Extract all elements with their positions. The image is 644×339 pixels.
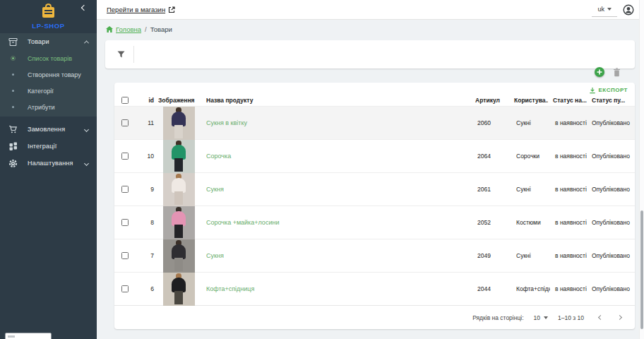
chevron-left-icon [598, 315, 603, 320]
sidebar-group-products: Товари Список товарів Створення товару К… [0, 33, 97, 117]
table-row[interactable]: 6 Кофта+спідниця 2044 Кофта+спідниц в на… [114, 272, 635, 305]
cell-sku: 2061 [470, 186, 511, 193]
row-checkbox[interactable] [121, 186, 129, 193]
account-button[interactable] [623, 4, 634, 16]
sidebar-item-settings[interactable]: Налаштування [0, 155, 97, 172]
product-name-link[interactable]: Сукня [206, 252, 224, 259]
cell-category: Сукні [511, 252, 550, 259]
chevron-down-icon [84, 126, 89, 131]
product-thumbnail[interactable] [163, 239, 195, 273]
header-publish-status[interactable]: Статус пу... [587, 97, 635, 104]
cell-category: Кофта+спідниц [511, 285, 550, 292]
cell-stock-status: в наявності [550, 153, 587, 160]
main-area: Перейти в магазин uk [97, 0, 644, 339]
export-button[interactable]: ЕКСПОРТ [589, 87, 628, 94]
product-thumbnail[interactable] [163, 206, 195, 239]
breadcrumb-separator: / [145, 25, 147, 33]
sidebar-item-attributes[interactable]: Атрибути [0, 99, 97, 115]
sidebar-item-categories[interactable]: Категорії [0, 83, 97, 99]
table-header-row: id Зображення Назва продукту Артикул Кор… [114, 95, 635, 106]
scrollbar-thumb[interactable] [640, 210, 643, 329]
table-toolbar: ЕКСПОРТ [114, 83, 635, 95]
sidebar-item-products[interactable]: Товари [0, 33, 97, 50]
archive-box-icon [8, 37, 18, 47]
product-name-link[interactable]: Сорочка +майка+лосини [206, 219, 279, 226]
link-preview-tooltip [5, 333, 52, 339]
sidebar-item-integrations[interactable]: Інтеграції [0, 138, 97, 155]
add-product-button[interactable] [595, 67, 604, 77]
rows-per-page-select[interactable]: 10 [534, 314, 548, 321]
sidebar-item-label: Налаштування [28, 160, 85, 167]
language-value: uk [597, 6, 604, 13]
product-thumbnail[interactable] [163, 173, 195, 206]
go-to-store-label: Перейти в магазин [107, 6, 165, 13]
table-row[interactable]: 9 Сукня 2061 Сукні в наявності Опубліков… [114, 172, 635, 206]
header-stock-status[interactable]: Статус на... [548, 97, 587, 104]
gear-icon [8, 159, 18, 168]
product-thumbnail[interactable] [163, 273, 195, 306]
products-table-card: ЕКСПОРТ id Зображення Назва продукту Арт… [114, 83, 635, 329]
breadcrumb-home-link[interactable]: Головна [106, 25, 141, 33]
sidebar-item-product-list[interactable]: Список товарів [0, 50, 97, 66]
row-checkbox[interactable] [121, 219, 129, 226]
active-dot-icon [10, 56, 16, 61]
sidebar-header: LP-SHOP [0, 0, 97, 33]
header-image: Зображення [158, 95, 199, 106]
chevron-left-icon [81, 5, 87, 11]
topbar-right: uk [597, 4, 634, 16]
filter-button[interactable] [117, 51, 125, 59]
cell-sku: 2044 [470, 285, 511, 292]
dot-icon [10, 90, 16, 92]
product-thumbnail[interactable] [163, 140, 195, 173]
widgets-icon [8, 142, 18, 151]
sidebar-item-label: Замовлення [28, 126, 85, 133]
pagination: Рядків на сторінці: 10 1–10 з 10 [114, 305, 635, 329]
product-thumbnail[interactable] [163, 107, 195, 140]
cell-stock-status: в наявності [550, 119, 587, 126]
header-sku[interactable]: Артикул [468, 97, 509, 104]
cell-publish-status: Опубліковано [587, 186, 635, 193]
header-id[interactable]: id [136, 97, 158, 104]
select-all-checkbox[interactable] [121, 97, 129, 104]
export-label: ЕКСПОРТ [599, 87, 628, 93]
home-icon [106, 26, 113, 32]
table-row[interactable]: 7 Сукня 2049 Сукні в наявності Опубліков… [114, 239, 635, 272]
sidebar-item-orders[interactable]: Замовлення [0, 121, 97, 138]
plus-icon [597, 69, 602, 75]
cell-stock-status: в наявності [550, 285, 587, 292]
row-checkbox[interactable] [121, 119, 129, 126]
header-category[interactable]: Користува... [509, 97, 548, 104]
cell-publish-status: Опубліковано [587, 285, 635, 292]
cell-sku: 2064 [470, 153, 511, 160]
delete-button[interactable] [613, 68, 621, 77]
product-name-link[interactable]: Сукня в квітку [206, 119, 247, 126]
go-to-store-link[interactable]: Перейти в магазин [107, 6, 175, 13]
caret-down-icon [544, 316, 548, 319]
topbar: Перейти в магазин uk [97, 0, 644, 20]
filter-toolbar [105, 40, 635, 69]
header-name[interactable]: Назва продукту [199, 97, 468, 104]
row-checkbox[interactable] [121, 285, 129, 292]
table-row[interactable]: 8 Сорочка +майка+лосини 2052 Костюми в н… [114, 206, 635, 239]
vertical-scrollbar[interactable] [639, 0, 644, 339]
product-name-link[interactable]: Кофта+спідниця [206, 285, 254, 292]
external-link-icon [168, 6, 175, 13]
language-select[interactable]: uk [597, 6, 612, 14]
sidebar-collapse-button[interactable] [80, 4, 88, 12]
table-row[interactable]: 10 Сорочка 2064 Сорочки в наявності Опуб… [114, 139, 635, 172]
sidebar-item-create-product[interactable]: Створення товару [0, 66, 97, 83]
next-page-button[interactable] [617, 314, 622, 322]
pagination-range: 1–10 з 10 [558, 314, 584, 321]
previous-page-button[interactable] [598, 314, 603, 322]
cell-id: 6 [136, 285, 158, 292]
filter-funnel-icon [117, 51, 125, 59]
breadcrumb-home-label: Головна [116, 25, 141, 33]
row-checkbox[interactable] [121, 252, 129, 259]
cell-publish-status: Опубліковано [587, 252, 635, 259]
cell-category: Сукні [511, 186, 550, 193]
row-checkbox[interactable] [121, 153, 129, 160]
table-row[interactable]: 11 Сукня в квітку 2060 Сукні в наявності… [114, 106, 635, 139]
product-name-link[interactable]: Сукня [206, 186, 224, 193]
cell-category: Сукні [511, 119, 550, 126]
product-name-link[interactable]: Сорочка [206, 153, 231, 160]
